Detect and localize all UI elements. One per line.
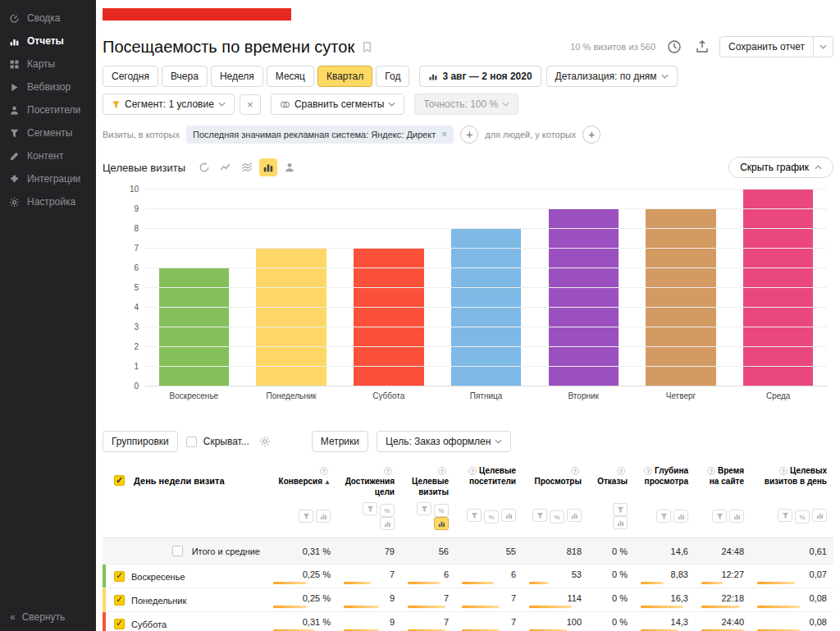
chart-type-areas-icon[interactable] — [238, 158, 256, 176]
chart-icon[interactable] — [613, 516, 628, 529]
chart-bar[interactable] — [159, 268, 229, 386]
help-icon: ? — [707, 467, 715, 475]
sidebar: СводкаОтчетыКартыВебвизорПосетителиСегме… — [0, 0, 96, 631]
percent-icon[interactable]: % — [484, 510, 499, 524]
metrics-button[interactable]: Метрики — [312, 431, 368, 452]
table-row[interactable]: Суббота0,31 %9771000 %14,324:400,08 — [103, 612, 833, 631]
goal-dropdown[interactable]: Цель: Заказ оформлен — [377, 431, 511, 452]
filter-icon[interactable] — [417, 502, 431, 515]
value-cell: 0,25 % — [267, 588, 337, 612]
sidebar-item-visitors[interactable]: Посетители — [0, 98, 96, 121]
column-header-9[interactable]: ?Целевых визитов в день — [751, 459, 833, 500]
filter-icon[interactable] — [656, 510, 671, 523]
table-row[interactable]: Воскресенье0,25 %766530 %8,8312:270,07 — [103, 565, 833, 588]
filter-icon[interactable] — [467, 509, 482, 522]
sidebar-collapse-button[interactable]: « Свернуть — [0, 603, 96, 631]
chart-bar[interactable] — [646, 209, 715, 386]
sidebar-item-settings[interactable]: Настройка — [0, 190, 96, 213]
filter-icon[interactable] — [299, 510, 313, 523]
period-button-5[interactable]: Квартал — [317, 66, 372, 87]
chart-type-bars-icon[interactable] — [259, 158, 277, 176]
period-button-1[interactable]: Сегодня — [103, 66, 158, 87]
sidebar-item-segments[interactable]: Сегменты — [0, 121, 96, 144]
history-button[interactable] — [664, 37, 685, 57]
filter-icon[interactable] — [363, 502, 377, 515]
chart-icon[interactable] — [673, 510, 688, 523]
sidebar-item-maps[interactable]: Карты — [0, 53, 96, 75]
filter-icon[interactable] — [532, 509, 547, 522]
hide-graph-button[interactable]: Скрыть график — [728, 157, 833, 178]
remove-chip-icon[interactable]: × — [441, 129, 447, 140]
gridline — [145, 346, 827, 347]
column-header-5[interactable]: ?Просмотры — [523, 459, 588, 500]
percent-icon[interactable]: % — [434, 504, 449, 517]
period-button-4[interactable]: Месяц — [267, 66, 314, 87]
chart-type-donut-icon[interactable] — [195, 158, 213, 176]
chart-icon[interactable] — [434, 517, 449, 530]
hide-rows-control[interactable]: Скрыват... — [186, 436, 249, 447]
value-minibar — [408, 606, 445, 608]
column-header-4[interactable]: ?Целевые посетители — [455, 459, 523, 500]
sidebar-item-integrations[interactable]: Интеграции — [0, 167, 96, 190]
export-button[interactable] — [692, 37, 713, 57]
chart-icon[interactable] — [812, 509, 827, 522]
detail-dropdown[interactable]: Детализация: по дням — [546, 66, 678, 87]
percent-icon[interactable]: % — [550, 510, 564, 524]
totals-checkbox[interactable] — [172, 546, 183, 556]
filter-icon[interactable] — [712, 510, 727, 523]
chart-icon[interactable] — [729, 510, 744, 523]
sidebar-item-reports[interactable]: Отчеты — [0, 30, 96, 53]
x-axis-category-label: Понедельник — [243, 391, 340, 400]
chart-icon[interactable] — [501, 509, 516, 522]
column-header-7[interactable]: ?Глубина просмотра — [634, 459, 695, 500]
table-row[interactable]: Понедельник0,25 %9771140 %16,322:180,08 — [103, 588, 833, 612]
period-toolbar: СегодняВчераНеделяМесяцКварталГод 3 авг … — [103, 66, 833, 87]
column-header-8[interactable]: ?Время на сайте — [695, 459, 751, 500]
segment-dropdown[interactable]: Сегмент: 1 условие — [103, 94, 235, 115]
row-dimension-header[interactable]: День недели визита — [103, 459, 267, 500]
chart-icon[interactable] — [380, 517, 395, 530]
chart-bar[interactable] — [549, 209, 619, 386]
table-settings-button[interactable] — [258, 436, 272, 447]
sidebar-item-summary[interactable]: Сводка — [0, 7, 96, 30]
chart-icon[interactable] — [316, 510, 331, 523]
add-visit-condition-button[interactable]: + — [460, 126, 478, 144]
sidebar-item-webvisor[interactable]: Вебвизор — [0, 75, 96, 98]
segment-condition-chip[interactable]: Последняя значимая рекламная система: Ян… — [186, 126, 454, 144]
column-header-1[interactable]: ?Конверсия▲ — [267, 459, 337, 500]
filter-icon[interactable] — [613, 503, 628, 516]
chart-icon[interactable] — [567, 509, 582, 522]
gridline — [145, 248, 827, 249]
groupings-button[interactable]: Группировки — [103, 431, 178, 452]
row-checkbox[interactable] — [114, 595, 125, 606]
filter-icon[interactable] — [778, 509, 792, 522]
date-range-button[interactable]: 3 авг — 2 ноя 2020 — [419, 66, 541, 87]
hide-rows-checkbox[interactable] — [186, 437, 197, 447]
bookmark-icon[interactable] — [361, 41, 373, 53]
select-all-checkbox[interactable] — [114, 475, 125, 486]
clear-segment-button[interactable]: × — [240, 94, 261, 115]
row-checkbox[interactable] — [114, 571, 125, 582]
chart-bar[interactable] — [451, 229, 521, 386]
period-button-3[interactable]: Неделя — [211, 66, 263, 87]
add-people-condition-button[interactable]: + — [582, 126, 600, 144]
compare-segments-dropdown[interactable]: Сравнить сегменты — [271, 94, 405, 115]
chart-type-line-icon[interactable] — [217, 158, 235, 176]
period-button-6[interactable]: Год — [376, 66, 409, 87]
chart-metric-label[interactable]: Целевые визиты — [103, 162, 185, 174]
save-report-button[interactable]: Сохранить отчет — [719, 36, 814, 57]
gridline — [145, 366, 827, 367]
save-report-dropdown[interactable] — [814, 36, 833, 57]
column-header-3[interactable]: ?Целевые визиты — [401, 459, 455, 500]
period-button-2[interactable]: Вчера — [162, 66, 208, 87]
row-checkbox[interactable] — [114, 619, 125, 629]
percent-icon[interactable]: % — [795, 510, 810, 524]
column-header-6[interactable]: ?Отказы — [588, 459, 634, 500]
chart-bar[interactable] — [743, 190, 813, 386]
percent-icon[interactable]: % — [380, 504, 395, 517]
chart-type-visitors-icon[interactable] — [281, 158, 299, 176]
sampling-info[interactable]: 10 % визитов из 560 — [570, 42, 655, 52]
accuracy-dropdown[interactable]: Точность: 100 % — [414, 94, 518, 115]
column-header-2[interactable]: ?Достижения цели — [337, 459, 401, 500]
sidebar-item-content[interactable]: Контент — [0, 144, 96, 167]
